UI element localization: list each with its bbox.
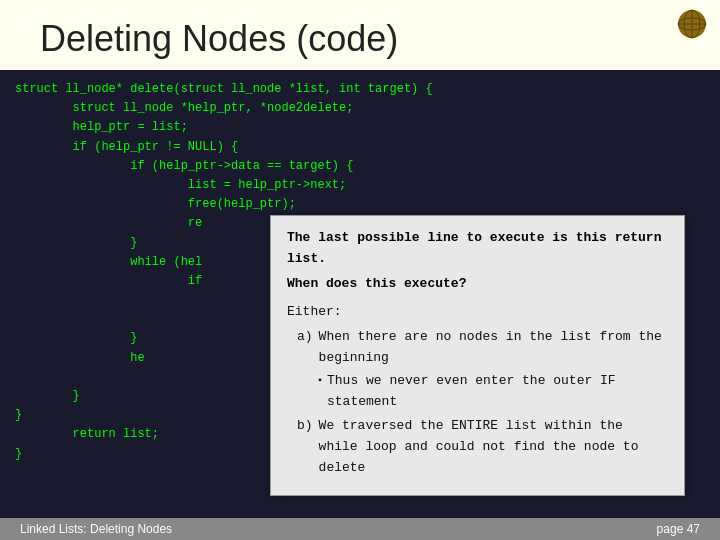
tooltip-list: a) When there are no nodes in the list f… [287, 327, 668, 479]
slide-title: Deleting Nodes (code) [40, 18, 680, 60]
tooltip-item-a: a) When there are no nodes in the list f… [297, 327, 668, 369]
title-area: Deleting Nodes (code) [0, 0, 720, 70]
tooltip-either: Either: [287, 302, 668, 323]
tooltip-item-b: b) We traversed the ENTIRE list within t… [297, 416, 668, 478]
item-a-text: When there are no nodes in the list from… [319, 327, 668, 369]
item-b-label: b) [297, 416, 313, 478]
tooltip-overlay: The last possible line to execute is thi… [270, 215, 685, 496]
footer-title: Linked Lists: Deleting Nodes [20, 522, 172, 536]
footer-bar: Linked Lists: Deleting Nodes page 47 [0, 518, 720, 540]
globe-icon [676, 8, 708, 40]
slide-container: Deleting Nodes (code) struct ll_node* de… [0, 0, 720, 540]
tooltip-line1: The last possible line to execute is thi… [287, 228, 668, 270]
tooltip-sub-item: Thus we never even enter the outer IF st… [317, 371, 668, 413]
tooltip-sub-list: Thus we never even enter the outer IF st… [297, 371, 668, 413]
tooltip-line2: When does this execute? [287, 274, 668, 295]
sub-item-text: Thus we never even enter the outer IF st… [327, 371, 668, 413]
item-a-label: a) [297, 327, 313, 369]
item-b-text: We traversed the ENTIRE list within the … [319, 416, 668, 478]
content-area: struct ll_node* delete(struct ll_node *l… [0, 70, 720, 518]
code-block: struct ll_node* delete(struct ll_node *l… [0, 70, 720, 518]
footer-page: page 47 [657, 522, 700, 536]
